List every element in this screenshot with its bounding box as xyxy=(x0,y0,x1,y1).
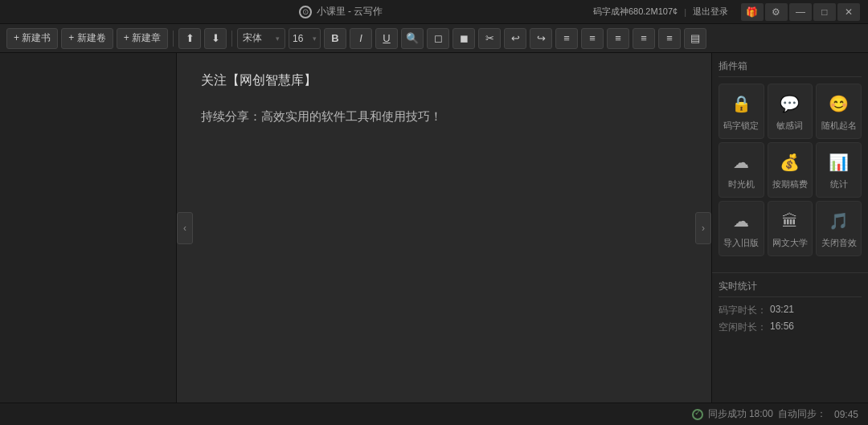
nav-right-arrow[interactable]: › xyxy=(695,212,711,244)
plugin-item[interactable]: 🎵 关闭音效 xyxy=(816,201,862,256)
plugin-box: 插件箱 🔒 码字锁定 💬 敏感词 😊 随机起名 ☁ 时光机 💰 按期稿费 📊 统… xyxy=(712,53,868,269)
plugin-icon: ☁ xyxy=(728,208,754,234)
stat-value: 03:21 xyxy=(770,304,794,317)
editor-content[interactable]: 关注【网创智慧库】 持续分享：高效实用的软件工具和使用技巧！ xyxy=(177,53,711,403)
redo-button[interactable]: ↪ xyxy=(530,28,552,49)
editor-body: 持续分享：高效实用的软件工具和使用技巧！ xyxy=(201,105,687,127)
align-left-button[interactable]: ≡ xyxy=(555,28,578,49)
stat-value: 16:56 xyxy=(770,321,794,334)
stats-box: 实时统计 码字时长： 03:21 空闲时长： 16:56 xyxy=(712,272,868,344)
word-count: 码字成神680.2M107¢ xyxy=(593,6,678,18)
plugin-item[interactable]: 📊 统计 xyxy=(816,142,862,198)
titlebar-right: 码字成神680.2M107¢ | 退出登录 🎁 ⚙ — □ ✕ xyxy=(593,3,860,21)
plugin-icon: ☁ xyxy=(728,149,754,175)
plugin-item[interactable]: 💬 敏感词 xyxy=(768,84,813,139)
app-icon: ⊙ xyxy=(299,6,312,18)
plugin-item[interactable]: 💰 按期稿费 xyxy=(768,142,813,198)
plugin-label: 网文大学 xyxy=(772,237,808,249)
editor-title: 关注【网创智慧库】 xyxy=(201,69,687,92)
close-button[interactable]: ✕ xyxy=(837,3,860,21)
new-book-button[interactable]: + 新建书 xyxy=(6,28,58,49)
plugin-item[interactable]: ☁ 导入旧版 xyxy=(719,201,764,256)
left-panel xyxy=(0,53,177,403)
indent-button[interactable]: ≡ xyxy=(658,28,681,49)
plugin-icon: 🎵 xyxy=(826,208,852,234)
download-button[interactable]: ⬇ xyxy=(204,28,227,49)
font-name-value: 宋体 xyxy=(243,31,262,45)
plugin-label: 码字锁定 xyxy=(723,120,759,132)
icon1-button[interactable]: ◻ xyxy=(427,28,449,49)
sync-icon xyxy=(692,409,703,420)
align-justify-button[interactable]: ≡ xyxy=(633,28,655,49)
settings-icon[interactable]: ⚙ xyxy=(765,3,788,21)
stats-title: 实时统计 xyxy=(719,280,862,297)
status-time: 09:45 xyxy=(834,409,858,420)
plugin-icon: 📊 xyxy=(826,149,852,175)
plugin-label: 关闭音效 xyxy=(821,237,857,249)
plugin-grid: 🔒 码字锁定 💬 敏感词 😊 随机起名 ☁ 时光机 💰 按期稿费 📊 统计 ☁ … xyxy=(719,84,862,256)
gift-icon[interactable]: 🎁 xyxy=(741,3,764,21)
stats-rows: 码字时长： 03:21 空闲时长： 16:56 xyxy=(719,304,862,334)
new-volume-button[interactable]: + 新建卷 xyxy=(61,28,113,49)
minimize-button[interactable]: — xyxy=(789,3,812,21)
plugin-label: 按期稿费 xyxy=(772,178,808,190)
plugin-label: 时光机 xyxy=(728,178,755,190)
stat-row: 空闲时长： 16:56 xyxy=(719,321,862,334)
plugin-item[interactable]: 🏛 网文大学 xyxy=(768,201,813,256)
plugin-item[interactable]: ☁ 时光机 xyxy=(719,142,764,198)
plugin-label: 敏感词 xyxy=(776,120,803,132)
font-size-select[interactable]: 16 ▾ xyxy=(289,28,321,49)
font-name-select[interactable]: 宋体 ▾ xyxy=(237,28,285,49)
main: ‹ 关注【网创智慧库】 持续分享：高效实用的软件工具和使用技巧！ › 插件箱 🔒… xyxy=(0,53,868,403)
font-name-chevron: ▾ xyxy=(276,35,280,43)
win-controls: 🎁 ⚙ — □ ✕ xyxy=(741,3,860,21)
auto-sync-label: 自动同步： xyxy=(778,407,826,421)
separator xyxy=(173,31,174,47)
titlebar: ⊙ 小课里 - 云写作 码字成神680.2M107¢ | 退出登录 🎁 ⚙ — … xyxy=(0,0,868,24)
align-center-button[interactable]: ≡ xyxy=(581,28,604,49)
plugin-icon: 💬 xyxy=(777,91,803,116)
new-chapter-button[interactable]: + 新建章 xyxy=(117,28,168,49)
italic-button[interactable]: I xyxy=(350,28,372,49)
plugin-label: 随机起名 xyxy=(821,120,857,132)
titlebar-center: ⊙ 小课里 - 云写作 xyxy=(299,5,383,18)
nav-left-arrow[interactable]: ‹ xyxy=(177,212,193,244)
toolbar: + 新建书 + 新建卷 + 新建章 ⬆ ⬇ 宋体 ▾ 16 ▾ B I U 🔍 … xyxy=(0,24,868,53)
plugin-box-title: 插件箱 xyxy=(719,59,862,77)
right-panel: 插件箱 🔒 码字锁定 💬 敏感词 😊 随机起名 ☁ 时光机 💰 按期稿费 📊 统… xyxy=(711,53,868,403)
app-title: 小课里 - 云写作 xyxy=(317,5,383,18)
plugin-icon: 🏛 xyxy=(777,208,803,234)
search-button[interactable]: 🔍 xyxy=(401,28,424,49)
undo-button[interactable]: ↩ xyxy=(504,28,526,49)
bold-button[interactable]: B xyxy=(324,28,346,49)
plugin-label: 统计 xyxy=(830,178,848,190)
cut-button[interactable]: ✂ xyxy=(478,28,501,49)
stat-label: 码字时长： xyxy=(719,304,767,317)
table-button[interactable]: ▤ xyxy=(684,28,706,49)
plugin-label: 导入旧版 xyxy=(723,237,759,249)
font-size-value: 16 xyxy=(293,33,303,44)
font-size-chevron: ▾ xyxy=(313,35,317,43)
maximize-button[interactable]: □ xyxy=(813,3,836,21)
align-right-button[interactable]: ≡ xyxy=(607,28,629,49)
upload-button[interactable]: ⬆ xyxy=(178,28,201,49)
plugin-icon: 🔒 xyxy=(728,91,754,116)
plugin-icon: 💰 xyxy=(777,149,803,175)
underline-button[interactable]: U xyxy=(375,28,398,49)
plugin-item[interactable]: 😊 随机起名 xyxy=(816,84,862,139)
plugin-item[interactable]: 🔒 码字锁定 xyxy=(719,84,764,139)
stat-row: 码字时长： 03:21 xyxy=(719,304,862,317)
login-label[interactable]: 退出登录 xyxy=(693,6,728,18)
statusbar: 同步成功 18:00 自动同步： 09:45 xyxy=(0,403,868,425)
sync-text: 同步成功 18:00 xyxy=(708,407,773,421)
sync-info: 同步成功 18:00 自动同步： xyxy=(692,407,826,421)
stat-label: 空闲时长： xyxy=(719,321,767,334)
plugin-icon: 😊 xyxy=(826,91,852,116)
icon2-button[interactable]: ◼ xyxy=(452,28,475,49)
separator2 xyxy=(231,31,232,47)
editor-area: ‹ 关注【网创智慧库】 持续分享：高效实用的软件工具和使用技巧！ › xyxy=(177,53,711,403)
